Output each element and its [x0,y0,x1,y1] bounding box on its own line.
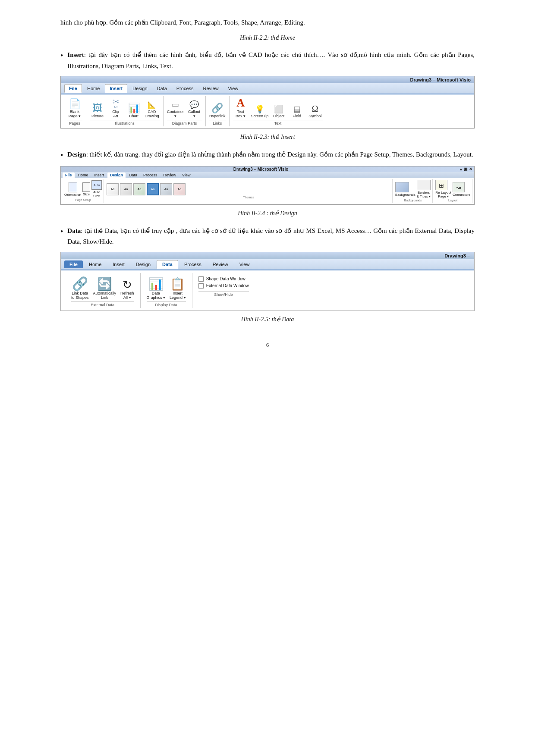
design-borders[interactable]: Borders& Titles ▾ [417,180,431,198]
group-diagram-parts-label: Diagram Parts [167,120,202,125]
design-size[interactable]: Size [82,182,90,196]
btn-auto-link[interactable]: 🔄 AutomaticallyLink [93,278,116,300]
design-group-themes: Aa Aa Aa Aa Aa Aa Themes [105,179,393,203]
clip-art-label: ClipArt [112,110,119,118]
design-autosize[interactable]: Auto AutoSize [91,180,102,198]
auto-link-label: AutomaticallyLink [93,291,116,300]
insert-bullet-text: Insert: tại đây bạn có thể thêm các hình… [67,50,475,72]
data-tab-view[interactable]: View [234,260,255,268]
bullet-dot-2: • [60,149,63,162]
design-group-themes-label: Themes [107,196,390,199]
container-label: Container▾ [167,110,184,118]
checkbox-row-external: External Data Window [198,283,249,289]
group-diagram-parts-items: ▭ Container▾ 💬 Callout▾ [167,97,202,119]
container-icon: ▭ [172,101,179,109]
tab-review[interactable]: Review [199,85,223,92]
group-pages: 📄 BlankPage ▾ Pages [63,96,86,126]
page-number: 6 [60,342,475,348]
data-tab-design[interactable]: Design [131,260,156,268]
design-connectors[interactable]: ↝ Connectors [453,182,470,197]
picture-label: Picture [91,114,104,118]
data-tab-insert[interactable]: Insert [107,260,130,268]
data-text: : tại thẻ Data, bạn có thể truy cập , đư… [67,227,475,245]
tab-view[interactable]: View [224,85,243,92]
data-bullet-item: • Data: tại thẻ Data, bạn có thể truy cậ… [60,226,475,248]
btn-refresh[interactable]: ↻ RefreshAll ▾ [120,279,134,300]
checkbox-external-data[interactable] [198,283,204,289]
design-tab-file[interactable]: File [63,173,75,178]
btn-textbox[interactable]: A TextBox ▾ [233,97,249,118]
data-tab-process[interactable]: Process [179,260,207,268]
btn-chart[interactable]: 📊 Chart [126,104,142,118]
callout-icon: 💬 [189,101,199,109]
tab-data[interactable]: Data [153,85,171,92]
design-bold: Design [67,151,86,158]
symbol-label: Symbol [308,114,321,118]
theme-1[interactable]: Aa [107,183,119,195]
data-tab-data[interactable]: Data [157,260,178,269]
cad-icon: 📐 [148,102,156,109]
group-pages-items: 📄 BlankPage ▾ [67,97,82,119]
ribbon-design-body: Orientation Size Auto AutoSize Page Setu… [61,178,474,204]
tab-home[interactable]: Home [83,85,104,92]
design-tab-review[interactable]: Review [161,173,179,178]
tab-insert[interactable]: Insert [105,84,127,93]
theme-3[interactable]: Aa [133,183,145,195]
data-tab-home[interactable]: Home [84,260,107,268]
btn-insert-legend[interactable]: 📋 InsertLegend ▾ [170,278,186,300]
group-links-label: Links [209,120,226,125]
design-tab-view[interactable]: View [179,173,193,178]
theme-6[interactable]: Aa [173,183,186,195]
theme-4[interactable]: Aa [147,183,159,195]
checkbox-shape-data-label: Shape Data Window [206,276,245,281]
design-group-layout-items: ⊞ Re-LayoutPage ▾ ↝ Connectors [435,180,470,198]
design-tab-data[interactable]: Data [126,173,140,178]
ribbon-insert-body: 📄 BlankPage ▾ Pages 🖼 Picture ✂Art ClipA… [61,94,474,128]
data-tab-file[interactable]: File [64,260,83,268]
btn-callout[interactable]: 💬 Callout▾ [186,101,202,118]
btn-clip-art[interactable]: ✂Art ClipArt [108,98,123,118]
bullet-dot: • [60,50,63,62]
tab-design[interactable]: Design [128,85,151,92]
btn-field[interactable]: ▤ Field [289,105,305,118]
btn-symbol[interactable]: Ω Symbol [307,104,323,118]
screentip-icon: 💡 [255,105,264,113]
design-backgrounds[interactable]: Backgrounds [395,182,415,197]
btn-cad[interactable]: 📐 CADDrawing [144,102,160,118]
btn-blank-page[interactable]: 📄 BlankPage ▾ [67,99,82,118]
theme-5[interactable]: Aa [160,183,172,195]
theme-2[interactable]: Aa [120,183,132,195]
btn-object[interactable]: ⬜ Object [271,105,286,118]
ribbon-data-body: 🔗 Link Datato Shapes 🔄 AutomaticallyLink… [61,270,474,311]
data-graphics-icon: 📊 [148,278,164,290]
design-tab-home[interactable]: Home [76,173,91,178]
ribbon-design-menubar: File Home Insert Design Data Process Rev… [61,172,474,178]
design-orientation[interactable]: Orientation [64,182,81,197]
design-group-layout: ⊞ Re-LayoutPage ▾ ↝ Connectors Layout [434,179,472,203]
checkbox-shape-data[interactable] [198,276,204,282]
data-tab-review[interactable]: Review [208,260,233,268]
caption-home: Hình II-2.2: thẻ Home [60,33,475,43]
btn-link-data[interactable]: 🔗 Link Datato Shapes [71,277,89,300]
insert-text: : tại đây bạn có thể thêm các hình ảnh, … [67,51,475,69]
insert-legend-label: InsertLegend ▾ [170,291,186,300]
ribbon-data-titlebar: Drawing3 – [61,252,474,259]
btn-hyperlink[interactable]: 🔗 Hyperlink [209,104,226,118]
tab-file[interactable]: File [64,84,82,93]
design-tab-process[interactable]: Process [141,173,160,178]
tab-process[interactable]: Process [172,85,198,92]
btn-picture[interactable]: 🖼 Picture [90,104,105,118]
design-relayout[interactable]: ⊞ Re-LayoutPage ▾ [435,180,451,198]
callout-label: Callout▾ [188,110,200,118]
design-group-themes-items: Aa Aa Aa Aa Aa Aa [107,183,390,195]
btn-data-graphics[interactable]: 📊 DataGraphics ▾ [147,278,166,300]
design-tab-design[interactable]: Design [107,173,126,178]
design-bullet-item: • Design: thiết kế, dàn trang, thay đổi … [60,149,475,162]
caption-data: Hình II-2.5: thẻ Data [60,314,475,325]
btn-container[interactable]: ▭ Container▾ [167,101,184,118]
bullet-dot-3: • [60,226,63,238]
btn-screentip[interactable]: 💡 ScreenTip [251,105,269,118]
screentip-label: ScreenTip [251,114,269,118]
design-group-layout-label: Layout [435,199,470,202]
design-tab-insert[interactable]: Insert [92,173,107,178]
